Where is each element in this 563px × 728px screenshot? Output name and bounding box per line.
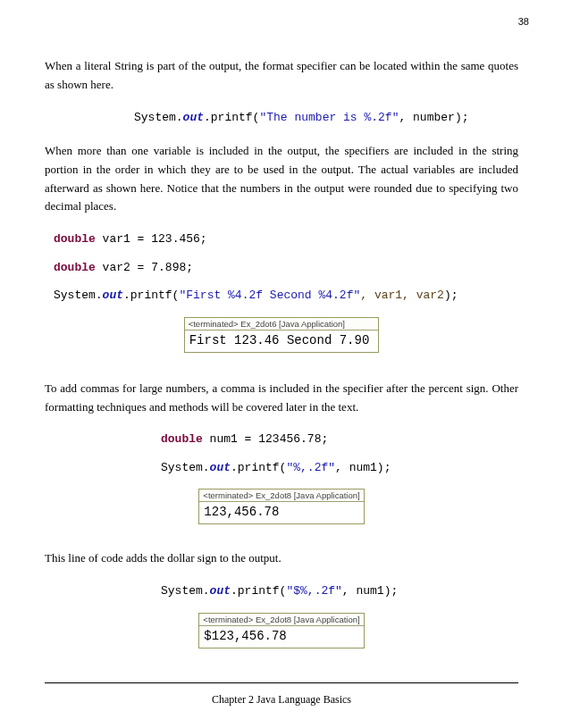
footer-text: Chapter 2 Java Language Basics: [212, 693, 351, 706]
output-wrap-3: <terminated> Ex_2dot8 [Java Application]…: [45, 600, 518, 649]
page-number: 38: [518, 16, 529, 27]
code-line: System.out.printf("First %4.2f Second %4…: [54, 287, 518, 305]
paragraph-2: When more than one variable is included …: [45, 142, 518, 216]
paragraph-4: This line of code adds the dollar sign t…: [45, 549, 518, 568]
output-body: $123,456.78: [199, 626, 363, 648]
output-body: First 123.46 Second 7.90: [185, 331, 379, 352]
paragraph-3: To add commas for large numbers, a comma…: [45, 380, 518, 417]
code-line: double var2 = 7.898;: [54, 259, 518, 277]
code-line: double num1 = 123456.78;: [161, 431, 518, 448]
code-block-1: System.out.printf("The number is %.2f", …: [45, 109, 518, 127]
output-body: 123,456.78: [199, 502, 363, 523]
paragraph-1: When a literal String is part of the out…: [45, 57, 518, 95]
output-header: <terminated> Ex_2dot8 [Java Application]: [199, 614, 363, 626]
code-block-2: double var1 = 123.456; double var2 = 7.8…: [45, 230, 518, 305]
footer-rule: [45, 682, 518, 683]
code-line: double var1 = 123.456;: [54, 230, 518, 248]
output-box-3: <terminated> Ex_2dot8 [Java Application]…: [198, 613, 364, 649]
code-block-3: double num1 = 123456.78; System.out.prin…: [45, 431, 518, 476]
output-box-1: <terminated> Ex_2dot6 [Java Application]…: [184, 317, 380, 353]
output-wrap-2: <terminated> Ex_2dot8 [Java Application]…: [45, 476, 518, 524]
code-line: System.out.printf("The number is %.2f", …: [134, 109, 518, 127]
output-box-2: <terminated> Ex_2dot8 [Java Application]…: [198, 489, 364, 524]
page: 38 When a literal String is part of the …: [0, 0, 563, 728]
output-header: <terminated> Ex_2dot8 [Java Application]: [199, 490, 363, 502]
code-line: System.out.printf("%,.2f", num1);: [161, 459, 518, 477]
code-line: System.out.printf("$%,.2f", num1);: [161, 582, 518, 600]
page-footer: Chapter 2 Java Language Basics: [45, 682, 518, 707]
output-header: <terminated> Ex_2dot6 [Java Application]: [185, 318, 379, 331]
output-wrap-1: <terminated> Ex_2dot6 [Java Application]…: [45, 305, 518, 353]
code-block-4: System.out.printf("$%,.2f", num1);: [45, 582, 518, 600]
